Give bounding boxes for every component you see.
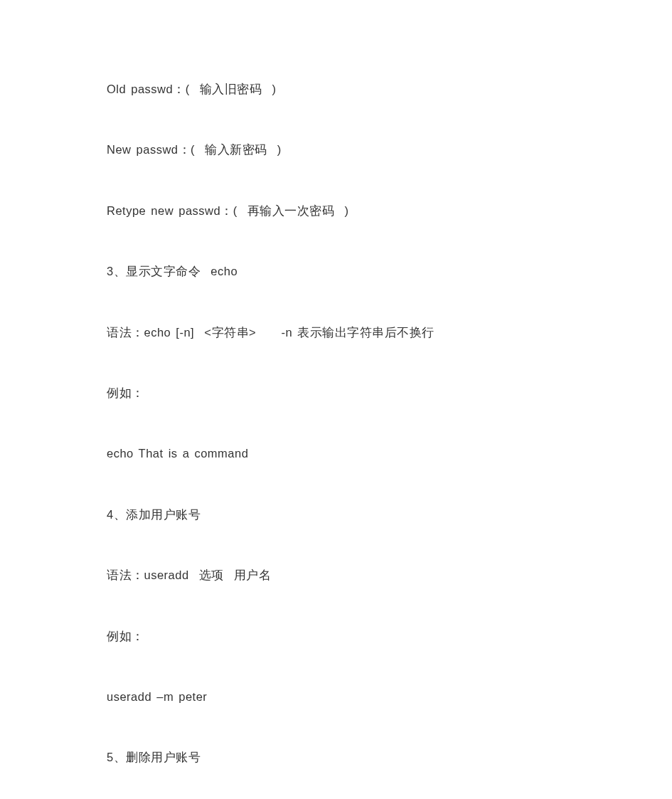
text-line: 语法：useradd 选项 用户名 [107,566,565,584]
text-line: Old passwd：( 输入旧密码 ) [107,80,565,98]
text-line: 例如： [107,383,565,402]
text-line: 例如： [107,627,565,645]
text-line: 5、删除用户账号 [107,748,565,766]
text-line: useradd –m peter [107,687,565,706]
text-line: Retype new passwd：( 再输入一次密码 ) [107,201,565,220]
text-line: echo That is a command [107,444,565,462]
document-page: Old passwd：( 输入旧密码 ) New passwd：( 输入新密码 … [0,0,672,799]
text-line: 3、显示文字命令 echo [107,262,565,280]
text-line: 语法：echo [-n] <字符串> -n 表示输出字符串后不换行 [107,323,565,342]
text-line: New passwd：( 输入新密码 ) [107,140,565,159]
text-line: 4、添加用户账号 [107,505,565,524]
